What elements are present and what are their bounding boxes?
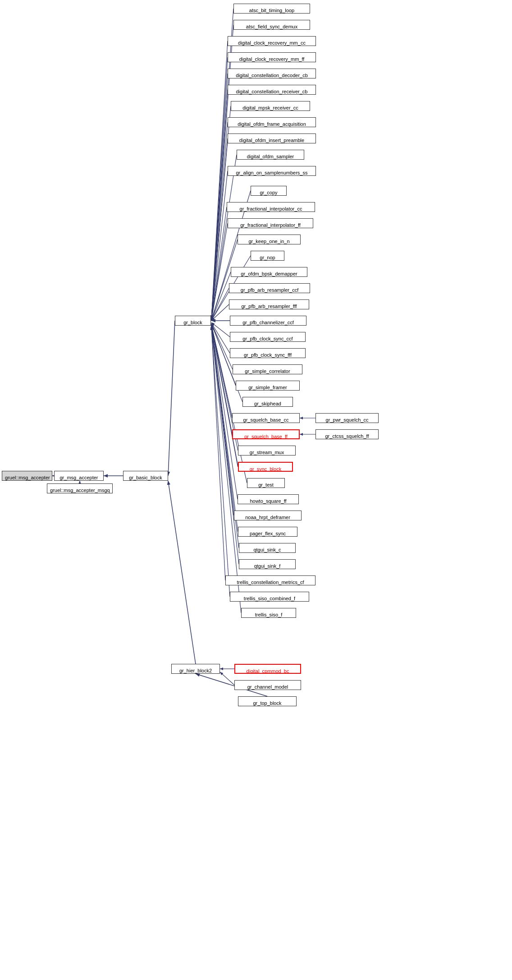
svg-line-15 [211,223,228,321]
node-atsc_field_sync_demux[interactable]: atsc_field_sync_demux [233,20,310,30]
svg-line-18 [211,272,231,321]
node-gr_fractional_interpolator_ff[interactable]: gr_fractional_interpolator_ff [228,218,313,228]
node-trellis_siso_combined_f[interactable]: trellis_siso_combined_f [230,592,309,602]
node-gruel_msg_accepter[interactable]: gruel::msg_accepter [2,471,52,481]
node-gruel_msg_accepter_msgq[interactable]: gruel::msg_accepter_msgq [47,483,113,493]
svg-line-9 [211,122,228,320]
svg-line-38 [211,327,230,597]
svg-line-4 [211,41,228,319]
svg-line-28 [211,324,232,434]
node-gr_block[interactable]: gr_block [175,316,211,326]
svg-line-19 [211,288,229,321]
svg-line-12 [211,171,228,321]
node-gr_basic_block[interactable]: gr_basic_block [123,471,168,481]
node-gr_hier_block2[interactable]: gr_hier_block2 [171,664,220,674]
node-gr_nop[interactable]: gr_nop [251,251,284,261]
svg-line-5 [211,57,228,320]
node-gr_pfb_arb_resampler_fff[interactable]: gr_pfb_arb_resampler_fff [229,299,309,309]
node-digital_ofdm_insert_preamble[interactable]: digital_ofdm_insert_preamble [228,133,316,143]
node-howto_square_ff[interactable]: howto_square_ff [238,494,299,504]
diagram-container: atsc_bit_timing_loopatsc_field_sync_demu… [0,0,512,980]
node-digital_cpmmod_bc[interactable]: digital_cpmmod_bc [234,664,301,674]
node-gr_align_on_samplenumbers_ss[interactable]: gr_align_on_samplenumbers_ss [228,166,316,176]
node-gr_pfb_channelizer_ccf[interactable]: gr_pfb_channelizer_ccf [230,316,306,326]
svg-line-48 [220,672,234,685]
node-gr_top_block[interactable]: gr_top_block [238,696,297,706]
svg-line-6 [211,74,228,320]
svg-line-20 [211,304,229,321]
node-gr_msg_accepter[interactable]: gr_msg_accepter [54,471,104,481]
node-qtgui_sink_c[interactable]: qtgui_sink_c [239,543,296,553]
node-trellis_siso_f[interactable]: trellis_siso_f [241,608,296,618]
node-digital_ofdm_sampler[interactable]: digital_ofdm_sampler [237,150,304,160]
node-digital_clock_recovery_mm_cc[interactable]: digital_clock_recovery_mm_cc [228,36,316,46]
node-qtgui_sink_f[interactable]: qtgui_sink_f [239,559,296,569]
svg-line-11 [211,155,237,321]
node-gr_copy[interactable]: gr_copy [251,186,287,196]
node-trellis_constellation_metrics_cf[interactable]: trellis_constellation_metrics_cf [225,575,315,585]
node-gr_squelch_base_cc[interactable]: gr_squelch_base_cc [232,413,300,423]
node-pager_flex_sync[interactable]: pager_flex_sync [238,527,297,537]
node-digital_ofdm_frame_acquisition[interactable]: digital_ofdm_frame_acquisition [228,117,316,127]
node-digital_constellation_receiver_cb[interactable]: digital_constellation_receiver_cb [228,85,316,95]
node-gr_fractional_interpolator_cc[interactable]: gr_fractional_interpolator_cc [227,202,315,212]
svg-line-37 [211,326,225,580]
node-gr_test[interactable]: gr_test [247,478,285,488]
node-digital_clock_recovery_mm_ff[interactable]: digital_clock_recovery_mm_ff [228,52,316,62]
node-gr_keep_one_in_n[interactable]: gr_keep_one_in_n [238,235,301,244]
svg-line-46 [168,481,196,664]
node-gr_pwr_squelch_cc[interactable]: gr_pwr_squelch_cc [315,413,379,423]
node-gr_simple_framer[interactable]: gr_simple_framer [236,381,300,391]
node-gr_ofdm_bpsk_demapper[interactable]: gr_ofdm_bpsk_demapper [231,267,307,277]
node-atsc_bit_timing_loop[interactable]: atsc_bit_timing_loop [233,4,310,14]
node-noaa_hrpt_deframer[interactable]: noaa_hrpt_deframer [234,511,302,520]
node-gr_stream_mux[interactable]: gr_stream_mux [238,446,296,455]
svg-line-24 [211,323,233,369]
node-gr_squelch_base_ff[interactable]: gr_squelch_base_ff [232,429,300,439]
svg-line-22 [211,322,230,337]
node-gr_channel_model[interactable]: gr_channel_model [234,680,301,690]
node-digital_constellation_decoder_cb[interactable]: digital_constellation_decoder_cb [228,69,316,78]
svg-line-10 [211,138,228,320]
svg-line-36 [211,326,239,564]
node-gr_skiphead[interactable]: gr_skiphead [242,397,293,407]
node-gr_pfb_arb_resampler_ccf[interactable]: gr_pfb_arb_resampler_ccf [229,283,310,293]
svg-line-27 [211,324,232,418]
node-digital_mpsk_receiver_cc[interactable]: digital_mpsk_receiver_cc [231,101,310,111]
svg-line-30 [211,325,238,467]
svg-line-40 [168,321,175,476]
svg-line-7 [211,90,228,320]
node-gr_simple_correlator[interactable]: gr_simple_correlator [233,364,302,374]
node-gr_sync_block[interactable]: gr_sync_block [238,462,293,472]
svg-line-23 [211,323,230,353]
node-gr_pfb_clock_sync_ccf[interactable]: gr_pfb_clock_sync_ccf [230,332,306,342]
svg-line-14 [211,207,227,321]
node-gr_pfb_clock_sync_fff[interactable]: gr_pfb_clock_sync_fff [230,348,306,358]
node-gr_ctcss_squelch_ff[interactable]: gr_ctcss_squelch_ff [315,429,379,439]
